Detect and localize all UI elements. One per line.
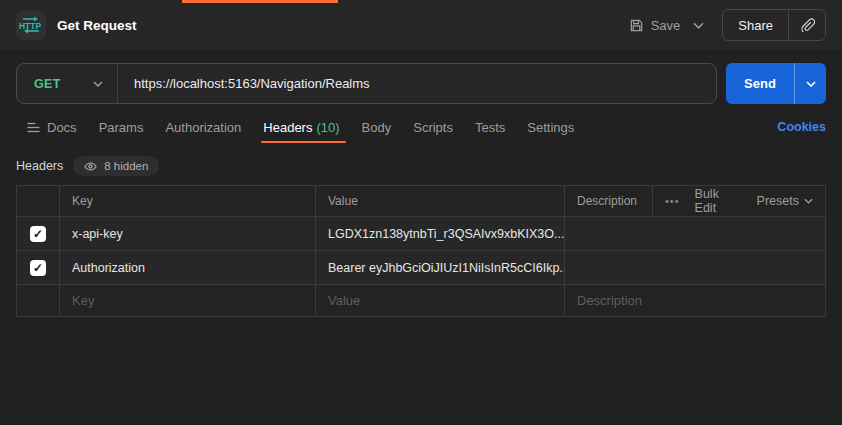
description-cell[interactable] (565, 217, 825, 250)
headers-table: Key Value Description ••• Bulk Edit Pres… (16, 185, 826, 317)
save-options-chevron[interactable] (693, 22, 704, 29)
save-icon (629, 18, 644, 33)
tab-settings[interactable]: Settings (516, 108, 585, 146)
more-options-icon[interactable]: ••• (665, 195, 680, 207)
description-input-placeholder[interactable]: Description (565, 285, 825, 316)
headers-section-title: Headers (16, 159, 63, 173)
key-cell[interactable]: Authorization (60, 251, 316, 284)
method-label: GET (34, 77, 61, 91)
tab-label: Body (362, 120, 392, 135)
cookies-link[interactable]: Cookies (777, 120, 826, 134)
active-tab-underline (261, 141, 345, 143)
tab-label: Settings (527, 120, 574, 135)
tab-label: Tests (475, 120, 505, 135)
send-button-group: Send (726, 63, 826, 104)
topbar: HTTP Get Request Save Share (0, 0, 842, 50)
key-cell[interactable]: x-api-key (60, 217, 316, 250)
value-input-placeholder[interactable]: Value (316, 285, 565, 316)
share-button-group: Share (722, 9, 826, 41)
tab-scripts[interactable]: Scripts (402, 108, 464, 146)
tab-label: Scripts (413, 120, 453, 135)
url-bar: GET https://localhost:5163/Navigation/Re… (16, 63, 717, 104)
share-button[interactable]: Share (723, 10, 788, 40)
value-column-header: Value (316, 186, 565, 216)
link-icon (800, 18, 815, 33)
tab-authorization[interactable]: Authorization (154, 108, 252, 146)
headers-meta-row: Headers 8 hidden (16, 156, 826, 176)
tab-label: Authorization (165, 120, 241, 135)
request-url-row: GET https://localhost:5163/Navigation/Re… (16, 63, 826, 104)
tab-params[interactable]: Params (88, 108, 155, 146)
docs-icon (27, 122, 40, 133)
tab-tests[interactable]: Tests (464, 108, 516, 146)
table-header-row: Key Value Description ••• Bulk Edit Pres… (17, 186, 825, 216)
key-input-placeholder[interactable]: Key (60, 285, 316, 316)
save-button-label: Save (651, 18, 681, 33)
eye-icon (84, 162, 97, 171)
value-cell[interactable]: Bearer eyJhbGciOiJIUzI1NiIsInR5cCI6Ikp..… (316, 251, 565, 284)
hidden-headers-label: 8 hidden (104, 160, 148, 172)
key-column-header: Key (60, 186, 316, 216)
svg-text:HTTP: HTTP (19, 21, 42, 31)
row-checkbox[interactable]: ✓ (30, 260, 46, 276)
tab-label: Params (99, 120, 144, 135)
description-column-header: Description (565, 186, 653, 216)
save-button[interactable]: Save (629, 18, 681, 33)
presets-button[interactable]: Presets (757, 194, 813, 208)
tab-label: Docs (47, 120, 77, 135)
tab-label: Headers (263, 120, 312, 135)
request-tabs: Docs Params Authorization Headers (10) B… (16, 108, 826, 146)
copy-link-button[interactable] (789, 10, 825, 40)
chevron-down-icon (93, 81, 103, 87)
description-cell[interactable] (565, 251, 825, 284)
bulk-edit-button[interactable]: Bulk Edit (695, 187, 742, 215)
send-options-button[interactable] (795, 63, 826, 104)
url-input[interactable]: https://localhost:5163/Navigation/Realms (118, 76, 716, 91)
value-cell[interactable]: LGDX1zn138ytnbTi_r3QSAIvx9xbKIX3O... (316, 217, 565, 250)
http-request-icon: HTTP (16, 10, 46, 40)
header-row-authorization: ✓ Authorization Bearer eyJhbGciOiJIUzI1N… (17, 250, 825, 284)
bulk-edit-label: Bulk Edit (695, 187, 742, 215)
tab-body[interactable]: Body (351, 108, 403, 146)
tab-headers[interactable]: Headers (10) (252, 108, 350, 146)
tab-docs[interactable]: Docs (16, 108, 88, 146)
active-request-tab-indicator (182, 0, 338, 3)
table-actions: ••• Bulk Edit Presets (653, 186, 825, 216)
hidden-headers-badge[interactable]: 8 hidden (73, 156, 159, 176)
select-column-header (17, 186, 60, 216)
new-header-row: Key Value Description (17, 284, 825, 316)
send-button[interactable]: Send (726, 63, 794, 104)
header-row-x-api-key: ✓ x-api-key LGDX1zn138ytnbTi_r3QSAIvx9xb… (17, 216, 825, 250)
page-title: Get Request (57, 18, 137, 33)
row-checkbox[interactable]: ✓ (30, 226, 46, 242)
row-checkbox-placeholder (17, 285, 60, 316)
method-selector[interactable]: GET (17, 64, 117, 103)
send-button-label: Send (744, 76, 776, 91)
presets-label: Presets (757, 194, 799, 208)
share-button-label: Share (738, 18, 773, 33)
headers-count-badge: (10) (316, 120, 339, 135)
